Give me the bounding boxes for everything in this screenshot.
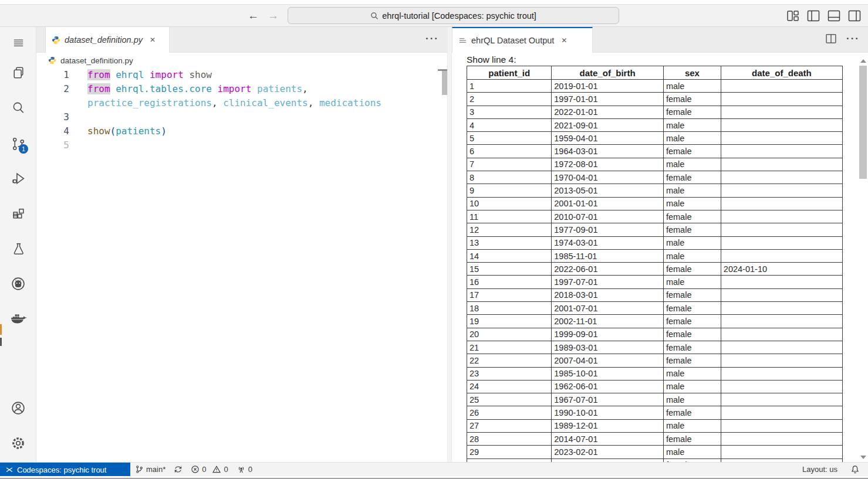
editor-group: dataset_definition.py ✕ ··· dataset_defi… (36, 27, 447, 462)
panel-actions: ··· (825, 33, 860, 45)
table-cell (721, 276, 842, 288)
code-lines[interactable]: 1from ehrql import show2from ehrql.table… (36, 68, 443, 152)
table-column-header: date_of_death (721, 66, 842, 80)
breadcrumb[interactable]: dataset_definition.py (36, 53, 447, 68)
problems-item[interactable]: 0 0 (191, 465, 228, 474)
account-icon (10, 400, 26, 416)
toggle-secondary-sidebar-button[interactable] (847, 9, 862, 23)
table-cell (721, 236, 842, 249)
table-cell: 1977-09-01 (552, 223, 664, 236)
toggle-panel-button[interactable] (826, 9, 842, 23)
table-cell: female (663, 263, 721, 276)
sidebar-item-testing[interactable] (8, 238, 29, 259)
code-line[interactable]: 1from ehrql import show (36, 68, 443, 82)
line-number: 1 (36, 68, 69, 82)
scroll-up-arrow[interactable] (860, 59, 866, 63)
table-cell: 8 (467, 171, 552, 184)
customize-layout-button[interactable] (785, 9, 801, 23)
code-line[interactable]: 2from ehrql.tables.core import patients, (36, 82, 443, 96)
table-cell (721, 171, 842, 184)
edge-artifact-dark (0, 338, 2, 346)
table-cell: male (663, 158, 721, 171)
table-cell: 1990-10-01 (552, 406, 664, 419)
code-token (184, 69, 190, 80)
editor-group-sash[interactable] (447, 27, 452, 462)
editor-scrollbar[interactable] (442, 71, 447, 95)
files-icon (11, 65, 26, 81)
layout-item[interactable]: Layout: us (802, 465, 837, 474)
table-cell: 11 (467, 210, 552, 223)
settings-button[interactable] (8, 433, 29, 454)
scrollbar-thumb[interactable] (859, 66, 867, 179)
ports-item[interactable]: 0 (237, 465, 252, 474)
command-center-search[interactable]: ehrql-tutorial [Codespaces: psychic trou… (288, 7, 619, 24)
sidebar-item-run-debug[interactable] (8, 168, 29, 189)
sync-icon (174, 465, 183, 474)
code-token: practice_registrations (87, 97, 212, 108)
table-cell (721, 288, 842, 301)
table-cell: male (663, 197, 721, 210)
sidebar-item-docker[interactable] (8, 308, 29, 329)
code-token: clinical_events (223, 97, 308, 108)
table-cell: female (663, 328, 721, 341)
python-icon (48, 56, 56, 64)
output-icon (458, 36, 467, 45)
tab-ehrql-dataset-output[interactable]: ehrQL Dataset Output ✕ (452, 27, 593, 53)
tab-dataset-definition[interactable]: dataset_definition.py ✕ (45, 27, 170, 53)
table-row: 261990-10-01female (467, 406, 843, 419)
code-line[interactable]: 5 (36, 138, 443, 152)
branch-item[interactable]: main* (135, 465, 166, 474)
accounts-button[interactable] (8, 398, 29, 419)
editor-more-actions[interactable]: ··· (425, 33, 439, 45)
table-cell (721, 223, 842, 236)
table-row: 71972-08-01male (467, 158, 843, 171)
table-cell: male (663, 393, 721, 406)
table-cell (721, 380, 842, 393)
code-token: , (212, 97, 223, 108)
nav-forward-button[interactable]: → (268, 8, 279, 23)
code-line[interactable]: practice_registrations, clinical_events,… (36, 96, 443, 110)
tab-close-icon[interactable]: ✕ (150, 36, 156, 44)
code-token (251, 83, 257, 94)
code-token: patients (257, 83, 302, 94)
table-cell: 13 (467, 236, 552, 249)
table-row: 102001-01-01male (467, 197, 843, 210)
table-cell: 15 (467, 263, 552, 276)
table-row: 141985-11-01male (467, 249, 843, 262)
table-row: 92013-05-01male (467, 184, 843, 197)
table-row: 161997-07-01male (467, 276, 843, 288)
docker-icon (9, 311, 27, 327)
code-token: ehrql.tables.core (116, 83, 212, 94)
sidebar-item-search[interactable] (8, 97, 29, 118)
breadcrumb-file: dataset_definition.py (60, 56, 133, 65)
table-cell (721, 210, 842, 223)
table-row: 32022-01-01female (467, 106, 843, 118)
split-editor-icon[interactable] (825, 33, 837, 45)
tab-close-icon[interactable]: ✕ (561, 36, 567, 45)
table-column-header: patient_id (467, 66, 552, 80)
nav-back-button[interactable]: ← (248, 8, 259, 23)
sidebar-item-github[interactable] (8, 273, 29, 294)
table-cell: female (663, 341, 721, 354)
toggle-primary-sidebar-button[interactable] (806, 9, 821, 23)
table-cell: 19 (467, 315, 552, 328)
table-cell: male (663, 276, 721, 288)
sidebar-item-explorer[interactable] (8, 62, 29, 83)
sync-item[interactable] (174, 465, 183, 474)
table-cell: 27 (467, 419, 552, 432)
menu-button[interactable] (8, 32, 29, 53)
table-cell: 16 (467, 276, 552, 288)
table-cell: 2013-05-01 (552, 184, 664, 197)
remote-indicator[interactable]: Codespaces: psychic trout (0, 463, 130, 477)
table-cell: 17 (467, 288, 552, 301)
code-line[interactable]: 4show(patients) (36, 124, 443, 138)
bell-icon[interactable] (850, 465, 860, 474)
panel-tab-bar: ehrQL Dataset Output ✕ ··· (452, 27, 868, 53)
table-cell: male (663, 80, 721, 93)
sidebar-item-extensions[interactable] (8, 203, 29, 224)
code-token (212, 83, 218, 94)
edge-artifact-orange (0, 324, 2, 335)
scroll-down-arrow[interactable] (860, 456, 866, 459)
code-line[interactable]: 3 (36, 110, 443, 124)
search-icon (370, 12, 379, 20)
